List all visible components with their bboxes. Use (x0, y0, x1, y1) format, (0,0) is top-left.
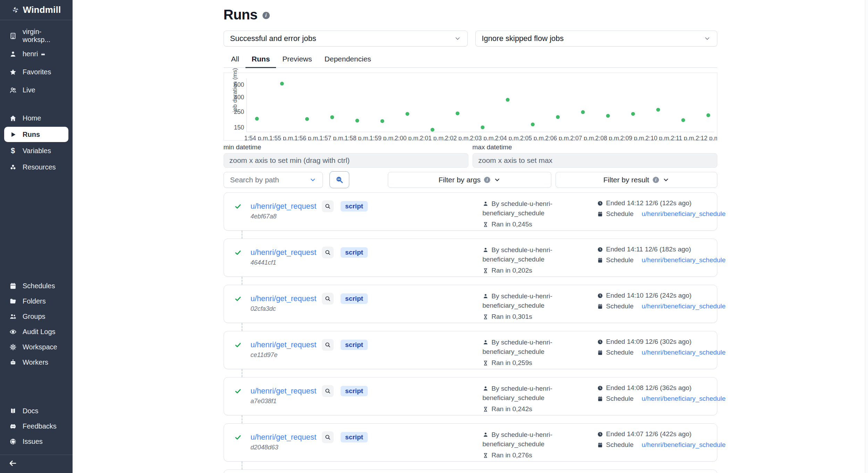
run-path-link[interactable]: u/henri/get_request (251, 248, 317, 257)
run-path-link[interactable]: u/henri/get_request (251, 294, 317, 303)
sidebar-item-docs[interactable]: Docs (4, 404, 68, 418)
sidebar-item-variables[interactable]: $ Variables (4, 143, 68, 158)
run-card[interactable]: u/henri/get_request script 4ebf67a8 By s… (224, 192, 717, 231)
run-kind-badge: script (341, 201, 368, 211)
schedule-path-link[interactable]: u/henri/beneficiary_schedule (642, 349, 726, 356)
zoom-out-icon (335, 175, 344, 184)
run-kind-badge: script (341, 386, 368, 396)
info-icon: i (653, 177, 659, 183)
sidebar-item-workspace-switcher[interactable]: virgin-worksp... (4, 28, 68, 44)
run-kind-badge: script (341, 432, 368, 442)
svg-text:2:03 p.m.: 2:03 p.m. (470, 135, 495, 140)
run-card[interactable]: u/henri/get_request script a7e038f1 By s… (224, 377, 717, 415)
chevron-down-icon (454, 35, 461, 42)
job-duration-chart[interactable]: job duration (ms) 6004002501501:54 p.m.1… (224, 73, 717, 141)
svg-text:1:58 p.m.: 1:58 p.m. (344, 135, 370, 140)
schedule-path-link[interactable]: u/henri/beneficiary_schedule (642, 256, 726, 264)
search-button[interactable] (329, 171, 349, 188)
schedule-path-link[interactable]: u/henri/beneficiary_schedule (642, 395, 726, 403)
run-duration: Ran in 0,259s (483, 358, 566, 368)
run-path-link[interactable]: u/henri/get_request (251, 202, 317, 211)
run-card[interactable]: u/henri/get_request script By schedule-u… (224, 470, 717, 473)
sidebar-item-schedules[interactable]: Schedules (4, 279, 68, 293)
run-preview-button[interactable] (322, 200, 334, 212)
run-path-link[interactable]: u/henri/get_request (251, 433, 317, 442)
run-id: 4ebf67a8 (251, 213, 277, 220)
run-path-link[interactable]: u/henri/get_request (251, 340, 317, 349)
main-panel: Runs i Successful and error jobs Ignore … (73, 0, 868, 473)
run-preview-button[interactable] (322, 431, 334, 443)
run-preview-button[interactable] (322, 293, 334, 305)
run-preview-button[interactable] (322, 339, 334, 351)
sidebar-item-user[interactable]: henri (4, 46, 68, 62)
user-name: henri (23, 50, 38, 58)
skipped-flows-select[interactable]: Ignore skipped flow jobs (475, 31, 717, 47)
page-scrollbar[interactable] (865, 0, 868, 473)
sidebar-item-groups[interactable]: Groups (4, 309, 68, 323)
sidebar-item-label: Groups (23, 313, 45, 321)
run-ended-at: Ended 14:09 12/6 (302s ago) (597, 338, 726, 346)
runs-tabs: All Runs Previews Dependencies (224, 52, 717, 68)
run-triggered-by: By schedule-u-henri-beneficiary_schedule (483, 199, 566, 218)
gear-icon (9, 343, 17, 351)
book-icon (9, 407, 17, 415)
svg-text:2:04 p.m.: 2:04 p.m. (495, 135, 520, 140)
min-datetime-label: min datetime (224, 143, 468, 151)
svg-text:2:01 p.m.: 2:01 p.m. (420, 135, 445, 140)
eye-icon (9, 328, 17, 335)
schedule-path-link[interactable]: u/henri/beneficiary_schedule (642, 302, 726, 310)
job-kind-select[interactable]: Successful and error jobs (224, 31, 468, 47)
person-icon (483, 385, 489, 391)
max-datetime-input[interactable] (473, 153, 717, 168)
calendar-icon (9, 282, 17, 290)
sidebar-item-feedbacks[interactable]: Feedbacks (4, 419, 68, 433)
run-connector (242, 369, 242, 377)
svg-text:2:02 p.m.: 2:02 p.m. (445, 135, 470, 140)
sidebar-item-audit-logs[interactable]: Audit Logs (4, 325, 68, 339)
success-check-icon (234, 434, 242, 441)
sidebar-item-workspace-settings[interactable]: Workspace (4, 340, 68, 354)
runs-list: u/henri/get_request script 4ebf67a8 By s… (224, 192, 717, 473)
run-card[interactable]: u/henri/get_request script d2048d63 By s… (224, 423, 717, 462)
schedule-path-link[interactable]: u/henri/beneficiary_schedule (642, 441, 726, 449)
calendar-icon (597, 350, 603, 356)
app-logo[interactable]: Windmill (0, 0, 73, 20)
run-schedule: Schedule u/henri/beneficiary_schedule (597, 349, 726, 356)
run-preview-button[interactable] (322, 385, 334, 397)
run-path-link[interactable]: u/henri/get_request (251, 387, 317, 396)
sidebar-item-issues[interactable]: Issues (4, 434, 68, 448)
sidebar-item-folders[interactable]: Folders (4, 294, 68, 308)
run-card[interactable]: u/henri/get_request script ce11d97e By s… (224, 331, 717, 369)
tab-dependencies[interactable]: Dependencies (318, 52, 377, 68)
run-schedule: Schedule u/henri/beneficiary_schedule (597, 441, 726, 449)
hourglass-icon (483, 453, 489, 458)
sidebar-item-live[interactable]: Live (4, 82, 68, 98)
tab-previews[interactable]: Previews (276, 52, 318, 68)
run-preview-button[interactable] (322, 247, 334, 258)
run-connector (242, 462, 242, 470)
svg-text:2:06 p.m.: 2:06 p.m. (545, 135, 570, 140)
sidebar-item-label: Favorites (23, 68, 51, 76)
filter-by-args-button[interactable]: Filter by args i (388, 172, 551, 188)
run-card[interactable]: u/henri/get_request script 02cfa3dc By s… (224, 285, 717, 323)
sidebar-item-workers[interactable]: Workers (4, 355, 68, 369)
tab-runs[interactable]: Runs (245, 52, 276, 68)
run-connector (242, 231, 242, 239)
run-connector (242, 415, 242, 423)
sidebar-item-home[interactable]: Home (4, 110, 68, 126)
sidebar-item-label: Folders (23, 297, 46, 305)
collapse-sidebar-button[interactable] (8, 459, 17, 469)
sidebar-item-favorites[interactable]: Favorites (4, 64, 68, 80)
sidebar-item-resources[interactable]: Resources (4, 159, 68, 175)
chart-y-axis-label: job duration (ms) (232, 62, 239, 118)
schedule-path-link[interactable]: u/henri/beneficiary_schedule (642, 210, 726, 218)
sidebar-item-runs[interactable]: Runs (4, 127, 68, 142)
folder-icon (9, 297, 17, 305)
info-icon[interactable]: i (262, 12, 270, 19)
calendar-icon (597, 396, 603, 402)
search-by-path-select[interactable]: Search by path (224, 172, 323, 188)
clock-icon (597, 200, 603, 206)
filter-by-result-button[interactable]: Filter by result i (556, 172, 717, 188)
run-card[interactable]: u/henri/get_request script 46441cf1 By s… (224, 239, 717, 277)
min-datetime-input[interactable] (224, 153, 468, 168)
